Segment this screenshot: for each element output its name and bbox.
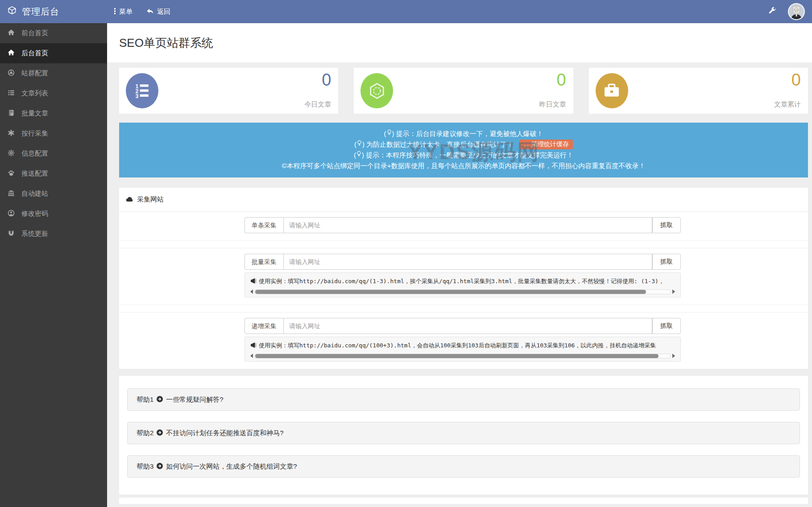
megaphone-icon	[250, 278, 257, 285]
globe-icon	[8, 69, 15, 78]
back-label: 返回	[157, 8, 170, 16]
bank-icon	[8, 190, 15, 198]
arrow-circle-icon	[156, 429, 163, 437]
help-item-2[interactable]: 帮助2 不挂访问计划任务还能推送百度和神马?	[127, 422, 800, 444]
user-circle-icon	[8, 210, 15, 218]
capture-label: 递增采集	[244, 318, 283, 334]
ellipsis-v-icon	[114, 8, 116, 16]
help-item-1[interactable]: 帮助1 一些常规疑问解答?	[127, 388, 800, 411]
help-item-3[interactable]: 帮助3 如何访问一次网站，生成多个随机组词文章?	[127, 455, 800, 478]
batch-capture-input[interactable]	[283, 254, 652, 270]
increment-capture-input[interactable]	[283, 318, 652, 334]
arrow-right-icon: →	[523, 141, 530, 148]
sidebar-item-article-list[interactable]: 文章列表	[0, 83, 107, 103]
capture-header: 采集网站	[137, 195, 164, 204]
sidebar-item-auto-site[interactable]: 自动建站	[0, 184, 107, 204]
capture-row-increment: 递增采集 抓取 使用实例：填写http://baidu.com/qq/(100+…	[119, 312, 808, 369]
main-content: SEO单页站群系统 123 0 今日文章 0 昨日文章	[107, 23, 812, 507]
sidebar-item-sitegroup-config[interactable]: 站群配置	[0, 63, 107, 83]
cube-icon	[7, 6, 17, 18]
increment-capture-button[interactable]: 抓取	[652, 318, 681, 334]
topbar: 管理后台 菜单 返回	[0, 0, 812, 23]
horizontal-scrollbar[interactable]	[250, 289, 675, 294]
reply-arrow-icon	[146, 8, 154, 16]
capture-row-single: 单条采集 抓取	[119, 212, 808, 241]
stat-card-yesterday: 0 昨日文章	[354, 68, 573, 114]
asterisk-icon	[8, 129, 15, 138]
single-capture-input[interactable]	[283, 217, 652, 233]
notice-line: () 提示：本程序技巧特殊，一般需要至少上万的文章才能支撑完美运行！	[119, 150, 808, 161]
briefcase-icon	[596, 73, 628, 108]
seal-icon	[360, 73, 393, 108]
menu-label: 菜单	[119, 8, 133, 16]
notice-banner: () 提示：后台目录建议修改一下，避免被他人爆破！ () 为防止数据过大统计太卡…	[119, 123, 808, 177]
scroll-right-arrow[interactable]	[672, 289, 675, 294]
home-icon	[8, 49, 15, 58]
capture-label: 单条采集	[244, 217, 283, 233]
next-panel-edge	[119, 498, 808, 504]
help-panel: 帮助1 一些常规疑问解答? 帮助2 不挂访问计划任务还能推送百度和神马? 帮助3…	[119, 376, 808, 495]
stat-label-yesterday: 昨日文章	[539, 100, 566, 109]
clear-cache-button[interactable]: →清理统计缓存	[519, 140, 573, 149]
magnet-icon	[8, 230, 15, 238]
arrow-circle-icon	[156, 462, 163, 471]
sidebar-item-batch-articles[interactable]: 批量文章	[0, 103, 107, 124]
stat-label-total: 文章累计	[774, 100, 801, 109]
lightbulb-icon	[357, 139, 362, 150]
arrow-circle-icon	[156, 396, 163, 404]
stat-value-total: 0	[791, 70, 801, 90]
home-icon	[8, 29, 15, 37]
scrollbar-thumb[interactable]	[255, 354, 659, 358]
batch-capture-note: 使用实例：填写http://baidu.com/qq/(1-3).html，挨个…	[244, 272, 681, 297]
sidebar-item-front-home[interactable]: 前台首页	[0, 23, 107, 43]
wrench-icon[interactable]	[768, 7, 776, 16]
lightbulb-icon	[387, 128, 392, 139]
stat-label-today: 今日文章	[304, 100, 331, 109]
horizontal-scrollbar[interactable]	[250, 353, 675, 359]
increment-capture-note: 使用实例：填写http://baidu.com/qq/(100+3).html，…	[244, 337, 681, 362]
notice-line: () 为防止数据过大统计太卡，直接后台缓存统计了！ →清理统计缓存	[119, 139, 808, 150]
sidebar-item-change-password[interactable]: 修改密码	[0, 204, 107, 224]
scroll-right-arrow[interactable]	[672, 354, 675, 358]
scroll-left-arrow[interactable]	[250, 289, 253, 294]
page-title: SEO单页站群系统	[119, 35, 213, 51]
capture-panel: 采集网站 单条采集 抓取 批量采集 抓取 使用实例：填	[119, 188, 808, 369]
stat-value-today: 0	[322, 70, 331, 90]
menu-button[interactable]: 菜单	[107, 0, 139, 23]
sidebar-item-system-update[interactable]: 系统更新	[0, 224, 107, 244]
capture-label: 批量采集	[244, 254, 283, 270]
svg-text:3: 3	[135, 93, 138, 99]
scrollbar-thumb[interactable]	[255, 290, 646, 294]
sidebar: 前台首页 后台首页 站群配置 文章列表 批量文章 按行采集 信息配置 推送配置 …	[0, 23, 107, 507]
notice-line: () 提示：后台目录建议修改一下，避免被他人爆破！	[119, 128, 808, 139]
stat-value-yesterday: 0	[557, 70, 566, 90]
sidebar-item-line-capture[interactable]: 按行采集	[0, 124, 107, 144]
paw-icon	[8, 169, 15, 178]
megaphone-icon	[250, 342, 257, 350]
gear-icon	[8, 149, 15, 158]
stat-card-total: 0 文章累计	[589, 68, 808, 114]
notice-line: ©本程序可多个站点绑定同一个目录+数据库使用，且每个站点所展示的单页内容都不一样…	[119, 161, 808, 171]
batch-capture-button[interactable]: 抓取	[652, 254, 681, 270]
stat-card-today: 123 0 今日文章	[119, 68, 338, 114]
capture-row-batch: 批量采集 抓取 使用实例：填写http://baidu.com/qq/(1-3)…	[119, 248, 808, 305]
single-capture-button[interactable]: 抓取	[652, 217, 681, 233]
lightbulb-icon	[356, 150, 361, 161]
app-title: 管理后台	[22, 6, 59, 18]
app-logo[interactable]: 管理后台	[0, 6, 107, 18]
sidebar-item-push-config[interactable]: 推送配置	[0, 164, 107, 184]
sidebar-item-admin-home[interactable]: 后台首页	[0, 43, 107, 63]
stats-row: 123 0 今日文章 0 昨日文章 0 文章累计	[119, 68, 808, 114]
cloud-icon	[126, 196, 133, 203]
book-icon	[8, 109, 15, 118]
sidebar-item-info-config[interactable]: 信息配置	[0, 144, 107, 164]
avatar[interactable]	[788, 3, 805, 20]
list-icon	[8, 89, 15, 98]
back-button[interactable]: 返回	[139, 0, 177, 23]
ordered-list-icon: 123	[126, 73, 158, 108]
scroll-left-arrow[interactable]	[250, 354, 253, 358]
